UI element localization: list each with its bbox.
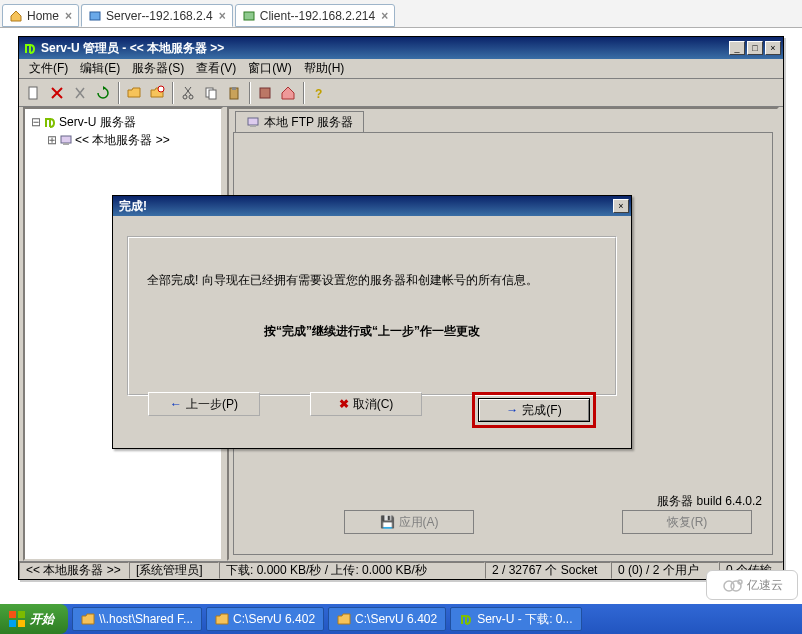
- arrow-right-icon: →: [506, 403, 518, 417]
- status-sockets: 2 / 32767 个 Socket: [485, 562, 611, 579]
- cut-icon[interactable]: [69, 82, 91, 104]
- svg-rect-19: [9, 611, 16, 618]
- status-admin: [系统管理员]: [129, 562, 219, 579]
- tab-label: Home: [27, 9, 59, 23]
- folder-new-icon[interactable]: [146, 82, 168, 104]
- servu-icon: [459, 612, 473, 626]
- dialog-message: 全部完成! 向导现在已经拥有需要设置您的服务器和创建帐号的所有信息。: [129, 272, 615, 289]
- finish-label: 完成(F): [522, 402, 561, 419]
- refresh-icon[interactable]: [92, 82, 114, 104]
- back-button[interactable]: ← 上一步(P): [148, 392, 260, 416]
- menubar: 文件(F) 编辑(E) 服务器(S) 查看(V) 窗口(W) 帮助(H): [19, 59, 783, 79]
- status-users: 0 (0) / 2 个用户: [611, 562, 719, 579]
- build-label: 服务器 build 6.4.0.2: [657, 493, 762, 510]
- dialog-titlebar: 完成! ×: [113, 196, 631, 216]
- tab-server[interactable]: Server--192.168.2.4 ×: [81, 4, 233, 27]
- svg-rect-9: [232, 87, 236, 90]
- browser-tabbar: Home × Server--192.168.2.4 × Client--192…: [0, 0, 802, 28]
- start-button[interactable]: 开始: [0, 604, 68, 634]
- menu-view[interactable]: 查看(V): [190, 58, 242, 79]
- help-icon[interactable]: ?: [308, 82, 330, 104]
- tree-child-row[interactable]: ⊞ << 本地服务器 >>: [29, 131, 217, 149]
- folder-icon: [81, 612, 95, 626]
- menu-edit[interactable]: 编辑(E): [74, 58, 126, 79]
- menu-help[interactable]: 帮助(H): [298, 58, 351, 79]
- computer-icon: [246, 115, 260, 129]
- tree-child-label: << 本地服务器 >>: [75, 132, 170, 149]
- separator: [303, 82, 305, 104]
- task-label: Serv-U - 下载: 0...: [477, 611, 572, 628]
- recover-label: 恢复(R): [667, 514, 708, 531]
- cut2-icon[interactable]: [177, 82, 199, 104]
- finish-highlight: → 完成(F): [472, 392, 596, 428]
- task-label: \\.host\Shared F...: [99, 612, 193, 626]
- menu-file[interactable]: 文件(F): [23, 58, 74, 79]
- folder-icon: [215, 612, 229, 626]
- server-icon: [88, 9, 102, 23]
- cancel-button[interactable]: ✖ 取消(C): [310, 392, 422, 416]
- toolbar: ?: [19, 79, 783, 107]
- dialog-instruction: 按“完成”继续进行或“上一步”作一些更改: [129, 323, 615, 340]
- tab-label: Server--192.168.2.4: [106, 9, 213, 23]
- menu-server[interactable]: 服务器(S): [126, 58, 190, 79]
- task-item[interactable]: Serv-U - 下载: 0...: [450, 607, 581, 631]
- task-item[interactable]: \\.host\Shared F...: [72, 607, 202, 631]
- tab-label: Client--192.168.2.214: [260, 9, 375, 23]
- status-server: << 本地服务器 >>: [19, 562, 129, 579]
- svg-rect-0: [90, 12, 100, 20]
- svg-rect-10: [260, 88, 270, 98]
- tab-client[interactable]: Client--192.168.2.214 ×: [235, 4, 395, 27]
- close-button[interactable]: ×: [765, 41, 781, 55]
- tab-home[interactable]: Home ×: [2, 4, 79, 27]
- close-icon[interactable]: ×: [219, 9, 226, 23]
- new-icon[interactable]: [23, 82, 45, 104]
- paste-icon[interactable]: [223, 82, 245, 104]
- collapse-icon[interactable]: ⊟: [29, 115, 43, 129]
- svg-point-4: [183, 95, 187, 99]
- right-tab-label: 本地 FTP 服务器: [264, 114, 353, 131]
- task-label: C:\ServU 6.402: [233, 612, 315, 626]
- copy-icon[interactable]: [200, 82, 222, 104]
- home-icon: [9, 9, 23, 23]
- expand-icon[interactable]: ⊞: [45, 133, 59, 147]
- svg-rect-14: [248, 118, 258, 125]
- home2-icon[interactable]: [277, 82, 299, 104]
- svg-text:?: ?: [315, 87, 322, 101]
- taskbar: 开始 \\.host\Shared F... C:\ServU 6.402 C:…: [0, 604, 802, 634]
- watermark-text: 亿速云: [747, 577, 783, 594]
- separator: [172, 82, 174, 104]
- folder-open-icon[interactable]: [123, 82, 145, 104]
- window-title: Serv-U 管理员 - << 本地服务器 >>: [41, 40, 727, 57]
- delete-icon[interactable]: [46, 82, 68, 104]
- task-label: C:\ServU 6.402: [355, 612, 437, 626]
- x-icon: ✖: [339, 397, 349, 411]
- titlebar: Serv-U 管理员 - << 本地服务器 >> _ □ ×: [19, 37, 783, 59]
- save-icon: 💾: [380, 515, 395, 529]
- back-label: 上一步(P): [186, 396, 238, 413]
- finish-dialog: 完成! × 全部完成! 向导现在已经拥有需要设置您的服务器和创建帐号的所有信息。…: [112, 195, 632, 449]
- apply-label: 应用(A): [399, 514, 439, 531]
- svg-rect-12: [61, 136, 71, 143]
- close-icon[interactable]: ×: [65, 9, 72, 23]
- svg-point-17: [731, 581, 741, 591]
- client-icon: [242, 9, 256, 23]
- svg-rect-20: [18, 611, 25, 618]
- maximize-button[interactable]: □: [747, 41, 763, 55]
- right-tab[interactable]: 本地 FTP 服务器: [235, 111, 364, 133]
- apply-button: 💾 应用(A): [344, 510, 474, 534]
- status-speed: 下载: 0.000 KB/秒 / 上传: 0.000 KB/秒: [219, 562, 485, 579]
- task-item[interactable]: C:\ServU 6.402: [206, 607, 324, 631]
- task-item[interactable]: C:\ServU 6.402: [328, 607, 446, 631]
- folder-icon: [337, 612, 351, 626]
- close-icon[interactable]: ×: [381, 9, 388, 23]
- minimize-button[interactable]: _: [729, 41, 745, 55]
- dialog-close-button[interactable]: ×: [613, 199, 629, 213]
- separator: [249, 82, 251, 104]
- dialog-frame: 全部完成! 向导现在已经拥有需要设置您的服务器和创建帐号的所有信息。 按“完成”…: [127, 236, 617, 396]
- book-icon[interactable]: [254, 82, 276, 104]
- tree-root-row[interactable]: ⊟ Serv-U 服务器: [29, 113, 217, 131]
- menu-window[interactable]: 窗口(W): [242, 58, 297, 79]
- svg-rect-2: [29, 87, 37, 99]
- svg-rect-7: [209, 90, 216, 99]
- finish-button[interactable]: → 完成(F): [478, 398, 590, 422]
